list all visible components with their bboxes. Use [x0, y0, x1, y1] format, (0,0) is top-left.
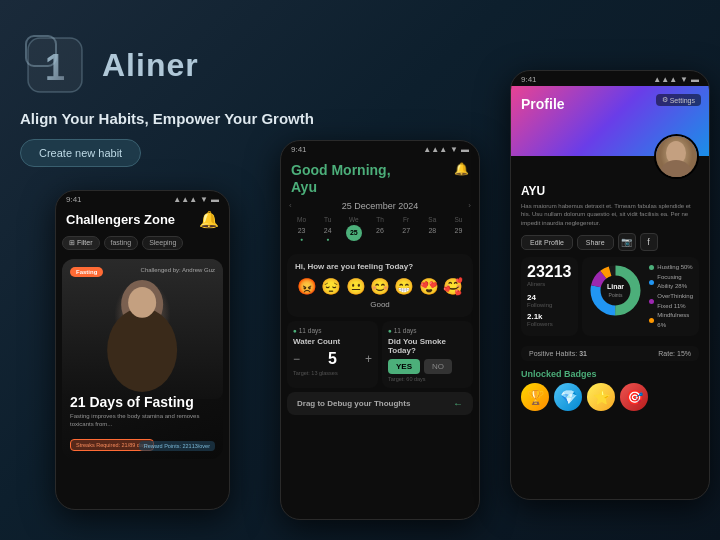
- avatar: [654, 134, 699, 179]
- share-button[interactable]: Share: [577, 235, 614, 250]
- status-bar-2: 9:41 ▲▲▲ ▼ ▬: [281, 141, 479, 156]
- avatar-silhouette: [654, 136, 699, 179]
- cal-header-su: Su: [446, 215, 471, 224]
- challenge-description: Fasting improves the body stamina and re…: [70, 413, 215, 429]
- following-label: Following: [527, 302, 572, 308]
- rate-label: Rate: 15%: [658, 350, 691, 357]
- mood-neutral[interactable]: 😐: [346, 277, 366, 296]
- mood-emojis-row: 😡 😔 😐 😊 😁 😍 🥰: [295, 277, 465, 296]
- battery-icon-3: ▬: [691, 75, 699, 84]
- following-count: 24: [527, 293, 572, 302]
- cal-day-23[interactable]: 23●: [289, 225, 314, 246]
- cal-header-tu: Tu: [315, 215, 340, 224]
- unlocked-badges-section: Unlocked Badges 🏆 💎 ⭐ 🎯: [511, 365, 709, 415]
- instagram-icon[interactable]: 📷: [618, 233, 636, 251]
- challenge-tag: Fasting: [70, 267, 103, 277]
- settings-button[interactable]: ⚙ Settings: [656, 94, 701, 106]
- legend-overthinking: OverThinking Fixed 11%: [649, 292, 693, 311]
- edit-profile-button[interactable]: Edit Profile: [521, 235, 573, 250]
- debug-bar[interactable]: Drag to Debug your Thoughts ←: [287, 392, 473, 415]
- bell-icon-2[interactable]: 🔔: [454, 162, 469, 176]
- cal-day-26[interactable]: 26: [367, 225, 392, 246]
- cal-header-we: We: [341, 215, 366, 224]
- brand-name: Aliner: [102, 47, 199, 84]
- habit-trackers: ● 11 days Water Count − 5 + Target: 13 g…: [287, 321, 473, 388]
- status-bar-3: 9:41 ▲▲▲ ▼ ▬: [511, 71, 709, 86]
- challenge-by: Challenged by: Andrew Guz: [141, 267, 215, 273]
- cal-day-27[interactable]: 27: [394, 225, 419, 246]
- smoke-yes-button[interactable]: YES: [388, 359, 420, 374]
- donut-chart: Linar Points: [588, 263, 643, 318]
- status-time-3: 9:41: [521, 75, 537, 84]
- mood-section: Hi, How are you feeling Today? 😡 😔 😐 😊 😁…: [287, 254, 473, 317]
- challenge-title: 21 Days of Fasting: [70, 395, 215, 410]
- debug-text: Drag to Debug your Thoughts: [297, 399, 410, 408]
- filter-chip-filter[interactable]: ⊞ Filter: [62, 236, 100, 250]
- hero-tagline: Align Your Habits, Empower Your Growth: [20, 110, 314, 127]
- filter-chip-fasting[interactable]: fasting: [104, 236, 139, 250]
- status-bar-1: 9:41 ▲▲▲ ▼ ▬: [56, 191, 229, 206]
- greeting-text: Good Morning,: [291, 162, 391, 179]
- smoke-target: Target: 60 days: [388, 376, 467, 382]
- create-habit-button[interactable]: Create new habit: [20, 139, 141, 167]
- smoke-days-label: ● 11 days: [388, 327, 467, 334]
- debug-arrow-icon: ←: [453, 398, 463, 409]
- app-logo-icon: 1: [20, 30, 90, 100]
- water-decrement-button[interactable]: −: [293, 352, 300, 366]
- water-count-box: ● 11 days Water Count − 5 + Target: 13 g…: [287, 321, 378, 388]
- calendar-grid: Mo Tu We Th Fr Sa Su 23● 24● 25 26 27 28…: [289, 215, 471, 246]
- cal-header-mo: Mo: [289, 215, 314, 224]
- smoke-box: ● 11 days Did You Smoke Today? YES NO Ta…: [382, 321, 473, 388]
- logo-row: 1 Aliner: [20, 30, 199, 100]
- unlocked-badges-title: Unlocked Badges: [521, 369, 699, 379]
- phone-profile: 9:41 ▲▲▲ ▼ ▬ Profile ⚙ Settings AYU Has …: [510, 70, 710, 500]
- gear-icon: ⚙: [662, 96, 668, 104]
- smoke-no-button[interactable]: NO: [424, 359, 452, 374]
- status-icons-1: ▲▲▲ ▼ ▬: [173, 195, 219, 204]
- water-increment-button[interactable]: +: [365, 352, 372, 366]
- mood-happy[interactable]: 😊: [370, 277, 390, 296]
- filter-icon: ⊞: [69, 239, 75, 246]
- signal-icon-2: ▲▲▲: [423, 145, 447, 154]
- wifi-icon: ▼: [200, 195, 208, 204]
- battery-icon: ▬: [211, 195, 219, 204]
- aliners-count: 23213: [527, 263, 572, 281]
- mood-angry[interactable]: 😡: [297, 277, 317, 296]
- signal-icon: ▲▲▲: [173, 195, 197, 204]
- badge-diamond: 💎: [554, 383, 582, 411]
- profile-title: Profile: [521, 96, 565, 112]
- badge-target: 🎯: [620, 383, 648, 411]
- cal-day-29[interactable]: 29: [446, 225, 471, 246]
- mindfulness-dot: [649, 318, 654, 323]
- wifi-icon-2: ▼: [450, 145, 458, 154]
- cal-header-th: Th: [367, 215, 392, 224]
- legend-mindfulness: Mindfulness 6%: [649, 311, 693, 330]
- signal-icon-3: ▲▲▲: [653, 75, 677, 84]
- svg-text:Points: Points: [609, 292, 623, 298]
- calendar-header: ‹ 25 December 2024 ›: [289, 201, 471, 211]
- points-badge: Reward Points: 22113/over: [139, 441, 215, 451]
- water-counter: − 5 +: [293, 350, 372, 368]
- positive-habits-badge: Positive Habits: 31 Rate: 15%: [521, 346, 699, 361]
- mood-grin[interactable]: 😁: [394, 277, 414, 296]
- followers-label: Followers: [527, 321, 572, 327]
- filter-chip-sleeping[interactable]: Sleeping: [142, 236, 183, 250]
- cal-day-24[interactable]: 24●: [315, 225, 340, 246]
- mood-sad[interactable]: 😔: [321, 277, 341, 296]
- phone-challengers-zone: 9:41 ▲▲▲ ▼ ▬ Challengers Zone 🔔 ⊞ Filter…: [55, 190, 230, 510]
- stats-row: 23213 Aliners 24 Following 2.1k Follower…: [511, 251, 709, 342]
- cal-day-28[interactable]: 28: [420, 225, 445, 246]
- mood-love[interactable]: 😍: [419, 277, 439, 296]
- greeting-name: Ayu: [291, 179, 391, 195]
- profile-bio: Has maiorum habemus detraxit et. Timeam …: [521, 202, 699, 227]
- challenge-card[interactable]: Fasting Challenged by: Andrew Guz 21 Day…: [62, 259, 223, 459]
- mood-heart[interactable]: 🥰: [443, 277, 463, 296]
- wifi-icon-3: ▼: [680, 75, 688, 84]
- svg-text:Linar: Linar: [607, 283, 624, 290]
- svg-point-4: [107, 308, 177, 392]
- challengers-title: Challengers Zone: [66, 212, 175, 227]
- cal-next-arrow[interactable]: ›: [468, 201, 471, 210]
- facebook-icon[interactable]: f: [640, 233, 658, 251]
- notification-bell-icon[interactable]: 🔔: [199, 210, 219, 229]
- cal-day-25-today[interactable]: 25: [346, 225, 362, 241]
